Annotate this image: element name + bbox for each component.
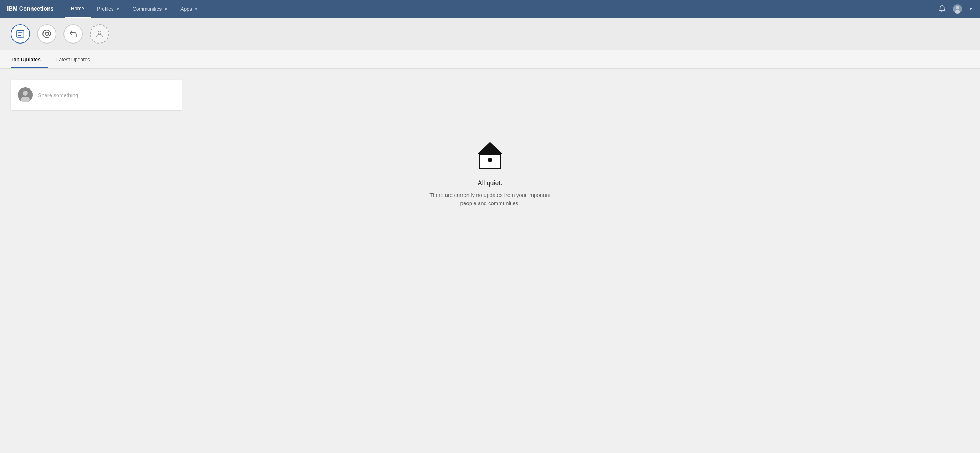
person-icon xyxy=(95,30,104,38)
filter-bar xyxy=(0,18,980,50)
svg-point-11 xyxy=(21,97,30,102)
svg-point-10 xyxy=(23,91,28,95)
navbar-right: ▼ xyxy=(938,4,973,14)
user-chevron-icon: ▼ xyxy=(969,7,973,11)
svg-point-7 xyxy=(45,32,48,36)
top-navbar: IBM Connections Home Profiles ▼ Communit… xyxy=(0,0,980,18)
nav-item-communities[interactable]: Communities ▼ xyxy=(126,0,174,18)
filter-mention-button[interactable] xyxy=(37,24,56,43)
app-brand: IBM Connections xyxy=(7,6,54,12)
empty-state-title: All quiet. xyxy=(477,180,502,187)
share-input[interactable]: Share something xyxy=(38,92,175,98)
avatar-icon xyxy=(18,87,33,102)
tabs: Top Updates Latest Updates xyxy=(11,50,969,68)
bell-icon xyxy=(938,5,946,13)
dropdown-arrow-button[interactable]: ▼ xyxy=(969,7,973,11)
filter-updates-button[interactable] xyxy=(11,24,30,43)
svg-marker-12 xyxy=(477,142,503,154)
tabs-container: Top Updates Latest Updates xyxy=(0,50,980,69)
nav-home-label: Home xyxy=(71,6,84,11)
nav-communities-label: Communities xyxy=(133,6,162,12)
tab-latest-updates[interactable]: Latest Updates xyxy=(56,50,97,68)
nav-apps-label: Apps xyxy=(180,6,192,12)
filter-share-button[interactable] xyxy=(64,24,83,43)
tab-top-updates[interactable]: Top Updates xyxy=(11,50,48,68)
main-content: Share something All quiet. There are cur… xyxy=(0,69,980,451)
mention-icon xyxy=(42,29,51,38)
nav-item-home[interactable]: Home xyxy=(65,0,91,18)
updates-icon xyxy=(16,29,25,38)
nav-item-profiles[interactable]: Profiles ▼ xyxy=(91,0,126,18)
nav-items: Home Profiles ▼ Communities ▼ Apps ▼ xyxy=(65,0,938,18)
svg-point-14 xyxy=(488,158,492,162)
svg-point-2 xyxy=(955,10,960,14)
share-icon xyxy=(68,29,78,38)
apps-chevron-icon: ▼ xyxy=(194,7,198,11)
empty-state: All quiet. There are currently no update… xyxy=(11,132,969,215)
nav-profiles-label: Profiles xyxy=(97,6,114,12)
nav-item-apps[interactable]: Apps ▼ xyxy=(174,0,204,18)
avatar xyxy=(18,87,33,102)
user-avatar-icon xyxy=(953,4,963,14)
filter-person-button[interactable] xyxy=(90,24,109,43)
user-avatar-button[interactable] xyxy=(953,4,963,14)
svg-point-8 xyxy=(98,31,101,34)
communities-chevron-icon: ▼ xyxy=(164,7,168,11)
share-card[interactable]: Share something xyxy=(11,79,182,110)
profiles-chevron-icon: ▼ xyxy=(116,7,120,11)
svg-point-1 xyxy=(956,6,959,9)
house-icon xyxy=(474,139,506,171)
empty-state-description: There are currently no updates from your… xyxy=(422,191,558,207)
notifications-button[interactable] xyxy=(938,5,946,13)
